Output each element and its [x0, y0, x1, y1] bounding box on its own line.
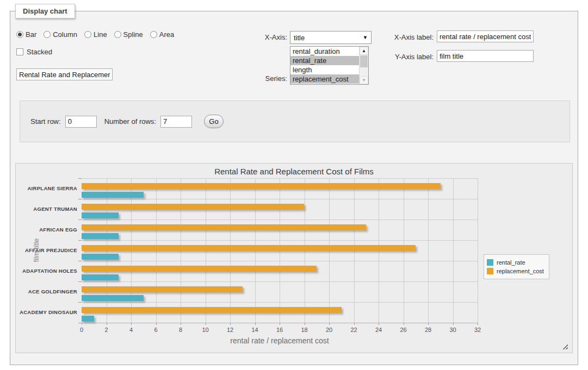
- x-tick-label: 12: [222, 327, 238, 333]
- x-axis-tick: [305, 323, 305, 325]
- series-options-list: rental_durationrental_ratelengthreplacem…: [290, 47, 359, 84]
- x-tick-label: 10: [197, 327, 214, 333]
- stacked-checkbox-row[interactable]: Stacked: [16, 48, 52, 56]
- chart-type-label: Column: [53, 30, 77, 39]
- scrollbar-thumb[interactable]: [360, 55, 368, 67]
- x-tick-label: 22: [346, 327, 362, 333]
- y-axis-tick: [78, 323, 82, 323]
- chart-type-label: Bar: [26, 30, 36, 39]
- legend-label: replacement_cost: [497, 268, 544, 274]
- checkbox-icon[interactable]: [16, 48, 23, 55]
- scroll-up-icon[interactable]: ▲: [360, 47, 368, 55]
- x-axis-tick: [428, 323, 429, 325]
- bar-rental_rate: [82, 254, 119, 260]
- x-axis-tick: [131, 323, 132, 325]
- bar-replacement_cost: [82, 307, 342, 313]
- x-tick-label: 20: [321, 327, 337, 333]
- chart-title: Rental Rate and Replacement Cost of Film…: [16, 167, 572, 176]
- row-range-panel: Start row: Number of rows: Go: [20, 101, 570, 142]
- x-tick-label: 4: [123, 327, 139, 333]
- x-axis-tick: [156, 323, 157, 325]
- legend-item: replacement_cost: [487, 267, 544, 275]
- chart-type-line[interactable]: Line: [84, 30, 107, 39]
- x-axis-tick: [379, 323, 379, 325]
- chart-type-label: Spline: [123, 30, 143, 39]
- x-tick-label: 6: [148, 327, 164, 333]
- chart-type-radio-group: Bar Column Line Spline Area: [16, 30, 174, 39]
- gridline: [82, 178, 478, 179]
- series-option[interactable]: rental_rate: [290, 56, 359, 65]
- series-option[interactable]: replacement_cost: [290, 74, 359, 84]
- chart-type-area[interactable]: Area: [150, 30, 174, 39]
- start-row-caption: Start row:: [30, 117, 61, 126]
- series-option[interactable]: rental_duration: [290, 47, 359, 56]
- chart-area: Rental Rate and Replacement Cost of Film…: [15, 163, 573, 353]
- x-axis-caption: X-Axis:: [233, 33, 287, 41]
- y-axis-tick: [78, 302, 82, 303]
- chart-type-spline[interactable]: Spline: [114, 30, 143, 39]
- radio-icon[interactable]: [150, 31, 157, 38]
- num-rows-input[interactable]: [160, 116, 192, 128]
- x-axis-label-caption: X-Axis label:: [378, 33, 434, 41]
- x-tick-label: 8: [172, 327, 189, 333]
- category-label: AIRPLANE SIERRA: [16, 185, 77, 191]
- resize-handle-icon[interactable]: [561, 343, 568, 349]
- gridline: [82, 261, 478, 261]
- x-tick-label: 14: [247, 327, 263, 333]
- legend-swatch-icon: [487, 268, 493, 274]
- x-axis-select[interactable]: title ▼: [290, 31, 372, 44]
- bar-rental_rate: [82, 192, 144, 198]
- x-tick-label: 2: [98, 327, 115, 333]
- gridline: [82, 240, 478, 241]
- x-tick-label: 16: [271, 327, 288, 333]
- y-axis-label-input[interactable]: [437, 50, 534, 62]
- chart-x-axis-title: rental rate / replacement cost: [82, 336, 478, 345]
- x-axis-tick: [206, 323, 206, 325]
- x-tick-label: 28: [420, 327, 436, 333]
- series-multiselect[interactable]: rental_durationrental_ratelengthreplacem…: [290, 46, 369, 85]
- gridline: [453, 178, 454, 323]
- chart-title-input[interactable]: [16, 68, 113, 80]
- bar-rental_rate: [82, 295, 144, 301]
- category-label: AFRICAN EGG: [16, 227, 77, 233]
- bar-rental_rate: [82, 316, 94, 322]
- gridline: [82, 302, 478, 303]
- bar-rental_rate: [82, 212, 119, 218]
- category-label: ACADEMY DINOSAUR: [16, 309, 77, 315]
- radio-icon[interactable]: [84, 31, 91, 38]
- chart-type-bar[interactable]: Bar: [16, 30, 36, 39]
- scrollbar[interactable]: ▲ ▼: [359, 47, 368, 84]
- x-axis-tick: [255, 323, 256, 325]
- scroll-down-icon[interactable]: ▼: [360, 76, 368, 84]
- go-button[interactable]: Go: [204, 115, 224, 128]
- x-axis-label-input[interactable]: [437, 30, 534, 42]
- num-rows-caption: Number of rows:: [104, 117, 156, 126]
- x-axis-tick: [107, 323, 107, 325]
- radio-icon[interactable]: [16, 31, 23, 38]
- y-axis-tick: [78, 261, 82, 261]
- bar-rental_rate: [82, 274, 119, 280]
- start-row-input[interactable]: [65, 116, 97, 128]
- gridline: [478, 178, 478, 323]
- series-caption: Series:: [233, 74, 287, 83]
- series-option[interactable]: length: [290, 65, 359, 74]
- y-axis-tick: [78, 199, 82, 199]
- chart-type-label: Line: [94, 30, 107, 39]
- legend-item: rental_rate: [487, 259, 544, 266]
- y-axis-label-caption: Y-Axis label:: [378, 53, 434, 61]
- radio-icon[interactable]: [114, 31, 121, 38]
- x-tick-label: 26: [395, 327, 412, 333]
- x-tick-label: 0: [73, 327, 90, 333]
- bar-replacement_cost: [82, 245, 416, 251]
- legend-swatch-icon: [487, 259, 493, 266]
- x-axis-tick: [404, 323, 404, 325]
- radio-icon[interactable]: [44, 31, 51, 38]
- x-axis-tick: [329, 323, 330, 325]
- bar-replacement_cost: [82, 204, 304, 210]
- gridline: [428, 178, 429, 323]
- category-label: ACE GOLDFINGER: [16, 289, 77, 294]
- x-axis-selected-value: title: [294, 34, 305, 42]
- x-axis-tick: [230, 323, 231, 325]
- chart-type-column[interactable]: Column: [44, 30, 77, 39]
- x-axis-tick: [280, 323, 280, 325]
